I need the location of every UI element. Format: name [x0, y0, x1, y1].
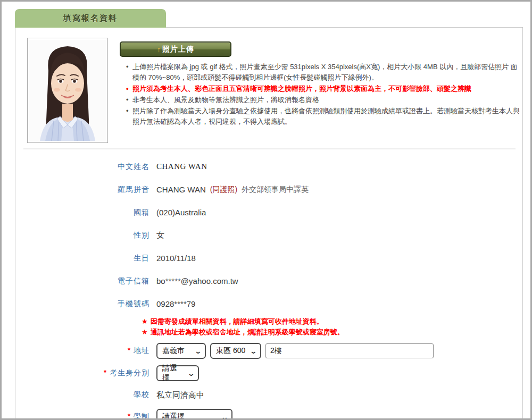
applicant-photo-graphic: [29, 40, 106, 141]
identity-label: *考生身分別: [15, 368, 149, 378]
address-city-selected: 嘉義市: [162, 346, 185, 356]
chinese-name-label: 中文姓名: [15, 162, 149, 172]
form-row-birthday: 生日 2010/11/18: [15, 247, 522, 270]
address-label: *地址: [15, 346, 149, 356]
address-detail-input[interactable]: [265, 343, 434, 358]
form-row-nationality: 國籍 (020)Australia: [15, 201, 522, 224]
chinese-name-value: CHANG WAN: [156, 162, 207, 171]
form-row-school-system: *學制 請選擇 ⌄: [15, 406, 522, 420]
address-district-select[interactable]: 東區 600 ⌄: [210, 343, 261, 359]
address-notes: ★ 因需寄發成績單相關資料，請詳細填寫可收件地址資料。 ★ 通訊地址若為學校或宿…: [142, 316, 522, 338]
required-marker: *: [128, 346, 131, 354]
photo-instruction-item: 照片除了作為測驗當天入場身分查驗之依據使用，也將會依照測驗類別使用於測驗成績單或…: [125, 106, 523, 127]
address-note-text: 因需寄發成績單相關資料，請詳細填寫可收件地址資料。: [151, 316, 323, 327]
section-divider: [23, 148, 516, 149]
upload-button-label: 照片上傳: [162, 45, 194, 54]
identity-selected: 請選擇: [162, 364, 184, 383]
required-marker: *: [104, 368, 107, 376]
photo-upload-button[interactable]: ↑ 照片上傳: [120, 41, 231, 57]
address-district-selected: 東區 600: [216, 346, 245, 356]
roman-name-note: (同護照): [210, 185, 237, 195]
school-system-label: *學制: [15, 412, 149, 420]
nationality-label: 國籍: [15, 208, 149, 217]
roman-name-value: CHANG WAN: [156, 185, 206, 194]
photo-instruction-item: 上傳照片檔案限為 jpg 或 gif 格式，照片畫素至少需 531pixels …: [125, 62, 523, 83]
registration-form: 中文姓名 CHANG WAN 羅馬拼音 CHANG WAN (同護照) 外交部領…: [15, 155, 522, 420]
form-row-identity: *考生身分別 請選擇 ⌄: [15, 362, 522, 384]
gender-label: 性別: [15, 231, 149, 240]
form-row-roman-name: 羅馬拼音 CHANG WAN (同護照) 外交部領事局中譯英: [15, 178, 522, 201]
form-row-phone: 手機號碼 0928****79: [15, 292, 522, 315]
phone-label: 手機號碼: [15, 299, 149, 309]
upload-arrow-icon: ↑: [157, 45, 161, 54]
identity-select[interactable]: 請選擇 ⌄: [156, 365, 199, 381]
address-note-line: ★ 通訊地址若為學校或宿舍地址，煩請註明系級學號或寢室房號。: [142, 327, 522, 338]
birthday-label: 生日: [15, 254, 149, 263]
form-row-email: 電子信箱 bo*****@yahoo.com.tw: [15, 270, 522, 292]
registration-panel: ↑ 照片上傳 上傳照片檔案限為 jpg 或 gif 格式，照片畫素至少需 531…: [15, 27, 523, 420]
chevron-down-icon: ⌄: [194, 347, 202, 355]
star-icon: ★: [142, 327, 148, 338]
email-label: 電子信箱: [15, 276, 149, 286]
roman-name-label: 羅馬拼音: [15, 185, 149, 195]
applicant-photo: [27, 38, 108, 143]
address-note-text: 通訊地址若為學校或宿舍地址，煩請註明系級學號或寢室房號。: [151, 327, 344, 338]
photo-instruction-item: 非考生本人、風景及動物等無法辨識之照片，將取消報名資格: [125, 95, 523, 105]
phone-value: 0928****79: [156, 299, 195, 308]
tab-fill-registration[interactable]: 填寫報名資料: [15, 9, 166, 28]
email-value: bo*****@yahoo.com.tw: [156, 276, 238, 285]
star-icon: ★: [142, 316, 148, 327]
nationality-value: (020)Australia: [156, 208, 206, 217]
school-value: 私立同濟高中: [156, 390, 204, 400]
form-row-school: 學校 私立同濟高中: [15, 384, 522, 406]
address-city-select[interactable]: 嘉義市 ⌄: [156, 343, 206, 359]
roman-name-suffix: 外交部領事局中譯英: [242, 185, 309, 195]
form-row-chinese-name: 中文姓名 CHANG WAN: [15, 155, 522, 178]
required-marker: *: [128, 412, 131, 420]
chevron-down-icon: ⌄: [250, 347, 257, 355]
photo-instructions-list: 上傳照片檔案限為 jpg 或 gif 格式，照片畫素至少需 531pixels …: [125, 62, 523, 128]
photo-instruction-item-warning: 照片須為考生本人、彩色正面且五官清晰可辨識之脫帽照片，照片背景以素面為主，不可影…: [125, 83, 523, 94]
chevron-down-icon: ⌄: [221, 413, 228, 420]
birthday-value: 2010/11/18: [156, 254, 196, 263]
form-row-address: *地址 嘉義市 ⌄ 東區 600 ⌄: [15, 340, 522, 362]
school-label: 學校: [15, 390, 149, 400]
registration-page: { "tab": { "label": "填寫報名資料" }, "photo_s…: [0, 0, 532, 420]
address-note-line: ★ 因需寄發成績單相關資料，請詳細填寫可收件地址資料。: [142, 316, 522, 327]
school-system-select[interactable]: 請選擇 ⌄: [156, 409, 232, 420]
school-system-selected: 請選擇: [162, 412, 185, 420]
form-row-gender: 性別 女: [15, 224, 522, 247]
chevron-down-icon: ⌄: [187, 369, 195, 377]
gender-value: 女: [156, 230, 164, 240]
